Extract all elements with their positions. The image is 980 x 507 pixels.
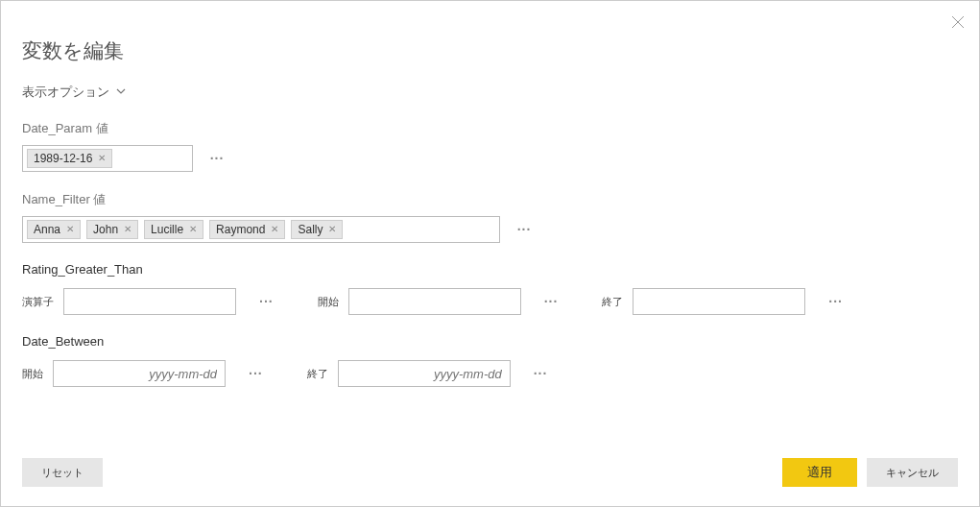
chip[interactable]: Raymond✕ <box>209 220 285 239</box>
chip-label: John <box>93 223 118 236</box>
dialog-footer: リセット 適用 キャンセル <box>22 458 958 487</box>
start-label: 開始 <box>22 367 43 381</box>
reset-button[interactable]: リセット <box>22 458 103 487</box>
remove-icon[interactable]: ✕ <box>66 225 74 234</box>
remove-icon[interactable]: ✕ <box>189 225 197 234</box>
field-date-between: Date_Between 開始 ··· 終了 ··· <box>22 334 958 387</box>
rating-start-input[interactable] <box>348 288 521 315</box>
date-param-input[interactable]: 1989-12-16 ✕ <box>22 145 193 172</box>
field-label: Rating_Greater_Than <box>22 262 958 277</box>
close-icon[interactable] <box>946 11 969 34</box>
remove-icon[interactable]: ✕ <box>98 154 106 163</box>
chip[interactable]: Sally✕ <box>291 220 343 239</box>
field-date-param: Date_Param 値 1989-12-16 ✕ ··· <box>22 120 958 172</box>
chip[interactable]: Anna✕ <box>27 220 81 239</box>
field-label: Date_Param 値 <box>22 120 958 137</box>
more-icon[interactable]: ··· <box>544 294 559 309</box>
chip-label: Anna <box>34 223 60 236</box>
remove-icon[interactable]: ✕ <box>328 225 336 234</box>
rating-end-input[interactable] <box>633 288 805 315</box>
field-label: Date_Between <box>22 334 958 349</box>
chip-label: 1989-12-16 <box>34 152 92 165</box>
remove-icon[interactable]: ✕ <box>124 225 131 234</box>
date-end-input[interactable] <box>338 360 511 387</box>
chip-label: Raymond <box>216 223 265 236</box>
display-options-toggle[interactable]: 表示オプション <box>22 84 958 101</box>
chip[interactable]: John✕ <box>86 220 138 239</box>
apply-button[interactable]: 適用 <box>782 458 857 487</box>
remove-icon[interactable]: ✕ <box>271 225 278 234</box>
more-icon[interactable]: ··· <box>517 222 532 237</box>
more-icon[interactable]: ··· <box>249 366 263 381</box>
cancel-button[interactable]: キャンセル <box>867 458 958 487</box>
field-name-filter: Name_Filter 値 Anna✕ John✕ Lucille✕ Raymo… <box>22 191 958 243</box>
name-filter-input[interactable]: Anna✕ John✕ Lucille✕ Raymond✕ Sally✕ <box>22 216 500 243</box>
date-start-input[interactable] <box>53 360 226 387</box>
chip[interactable]: Lucille✕ <box>144 220 203 239</box>
dialog: 変数を編集 表示オプション Date_Param 値 1989-12-16 ✕ … <box>0 0 980 507</box>
start-label: 開始 <box>318 295 339 309</box>
page-title: 変数を編集 <box>22 37 958 64</box>
operator-label: 演算子 <box>22 295 54 309</box>
operator-input[interactable] <box>63 288 236 315</box>
end-label: 終了 <box>307 367 328 381</box>
chip[interactable]: 1989-12-16 ✕ <box>27 149 112 168</box>
more-icon[interactable]: ··· <box>534 366 548 381</box>
chip-label: Sally <box>298 223 323 236</box>
field-label: Name_Filter 値 <box>22 191 958 208</box>
field-rating: Rating_Greater_Than 演算子 ··· 開始 ··· 終了 ··… <box>22 262 958 315</box>
more-icon[interactable]: ··· <box>210 151 225 166</box>
chip-label: Lucille <box>151 223 183 236</box>
chevron-down-icon <box>115 85 127 100</box>
display-options-label: 表示オプション <box>22 84 109 101</box>
more-icon[interactable]: ··· <box>259 294 274 309</box>
more-icon[interactable]: ··· <box>828 294 843 309</box>
end-label: 終了 <box>602 295 623 309</box>
